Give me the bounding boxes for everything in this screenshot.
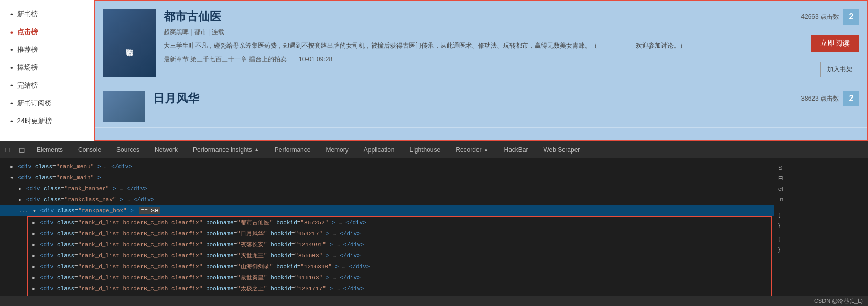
book-right-1: 42663 点击数 2 立即阅读 加入书架 <box>786 9 859 77</box>
red-box-dom: ► <div class="rank_d_list borderB_c_dsh … <box>27 216 772 296</box>
dom-line-rank-main-open[interactable]: ▼ <div class="rank_main" > <box>0 172 774 183</box>
right-panel: S Fi el .n { } { } <box>774 158 868 296</box>
devtools-body: ► <div class="rank_menu" > … </div> ▼ <d… <box>0 158 868 296</box>
recorder-icon: ▲ <box>484 147 489 152</box>
dom-line-book-1[interactable]: ► <div class="rank_d_list borderB_c_dsh … <box>28 217 771 228</box>
dom-panel[interactable]: ► <div class="rank_menu" > … </div> ▼ <d… <box>0 158 774 296</box>
perf-insights-icon: ▲ <box>254 147 259 152</box>
sidebar-item-tuijianbang[interactable]: 推荐榜 <box>0 41 94 59</box>
sidebar-item-24hubang[interactable]: 24时更新榜 <box>0 112 94 130</box>
dom-line-book-3[interactable]: ► <div class="rank_d_list borderB_c_dsh … <box>28 239 771 250</box>
rank-num-2: 2 <box>843 91 859 106</box>
shelf-button-1[interactable]: 加入书架 <box>820 62 859 77</box>
tab-performance[interactable]: Performance <box>267 141 319 158</box>
main-content: 都市古仙医 都市古仙医 超爽黑啤 | 都市 | 连载 大三学生叶不凡，碰瓷给母亲… <box>94 0 868 141</box>
read-button-1[interactable]: 立即阅读 <box>811 35 859 52</box>
tab-hackbar[interactable]: HackBar <box>496 141 536 158</box>
dom-line-rank-banner[interactable]: ► <div class="rank_banner" > … </div> <box>0 183 774 194</box>
book-item-1: 都市古仙医 都市古仙医 超爽黑啤 | 都市 | 连载 大三学生叶不凡，碰瓷给母亲… <box>95 1 867 85</box>
sidebar-item-wanjiebang[interactable]: 完结榜 <box>0 76 94 94</box>
devtools-tabs: □ ◻ Elements Console Sources Network Per… <box>0 141 868 158</box>
rank-num-1: 2 <box>843 9 859 25</box>
dom-line-rank-menu[interactable]: ► <div class="rank_menu" > … </div> <box>0 161 774 172</box>
tab-network[interactable]: Network <box>147 141 186 158</box>
right-panel-content: S Fi el .n { } { } <box>778 162 864 255</box>
dom-line-book-7[interactable]: ► <div class="rank_d_list borderB_c_dsh … <box>28 283 771 294</box>
click-count-2: 38623 点击数 <box>801 94 839 103</box>
book-desc-1: 大三学生叶不凡，碰瓷给母亲筹集医药费，却遇到不按套路出牌的女司机，被撞后获得古医… <box>164 41 786 51</box>
dom-line-rankpage-box[interactable]: ... ▼ <div class="rankpage_box" > == $0 <box>0 205 774 216</box>
sidebar-item-xinshudingbang[interactable]: 新书订阅榜 <box>0 94 94 112</box>
tab-elements[interactable]: Elements <box>29 141 71 158</box>
book-cover-2 <box>103 91 145 122</box>
device-icon[interactable]: ◻ <box>15 143 29 157</box>
book-right-2: 38623 点击数 2 <box>786 91 859 122</box>
tab-recorder[interactable]: Recorder ▲ <box>448 141 496 158</box>
tab-application[interactable]: Application <box>356 141 403 158</box>
browser-content: 新书榜 点击榜 推荐榜 捧场榜 完结榜 新书订阅榜 24时更新榜 都市古仙医 都… <box>0 0 868 141</box>
tab-web-scraper[interactable]: Web Scraper <box>536 141 588 158</box>
status-bar: CSDN @冷巷(Ĺ_Ĺ) <box>0 296 868 306</box>
sidebar-item-dianjibang[interactable]: 点击榜 <box>0 23 94 41</box>
status-user: CSDN @冷巷(Ĺ_Ĺ) <box>814 297 863 305</box>
tab-sources[interactable]: Sources <box>109 141 147 158</box>
book-meta-1: 超爽黑啤 | 都市 | 连载 <box>164 28 786 37</box>
book-cover-1: 都市古仙医 <box>103 9 156 77</box>
tab-memory[interactable]: Memory <box>318 141 356 158</box>
book-title-2: 日月风华 <box>153 91 786 106</box>
book-info-2: 日月风华 <box>153 91 786 122</box>
tab-performance-insights[interactable]: Performance insights ▲ <box>186 141 267 158</box>
book-title-1: 都市古仙医 <box>164 9 786 25</box>
sidebar-item-pengchangbang[interactable]: 捧场榜 <box>0 59 94 76</box>
tab-lighthouse[interactable]: Lighthouse <box>403 141 449 158</box>
dom-line-book-6[interactable]: ► <div class="rank_d_list borderB_c_dsh … <box>28 272 771 283</box>
sidebar: 新书榜 点击榜 推荐榜 捧场榜 完结榜 新书订阅榜 24时更新榜 <box>0 0 94 141</box>
inspect-icon[interactable]: □ <box>0 143 15 157</box>
devtools-panel: □ ◻ Elements Console Sources Network Per… <box>0 141 868 306</box>
click-count-1: 42663 点击数 <box>801 13 839 21</box>
dom-line-rankclass-nav[interactable]: ► <div class="rankclass_nav" > … </div> <box>0 194 774 205</box>
book-info-1: 都市古仙医 超爽黑啤 | 都市 | 连载 大三学生叶不凡，碰瓷给母亲筹集医药费，… <box>164 9 786 77</box>
dom-line-book-4[interactable]: ► <div class="rank_d_list borderB_c_dsh … <box>28 250 771 261</box>
dom-line-book-5[interactable]: ► <div class="rank_d_list borderB_c_dsh … <box>28 261 771 272</box>
book-latest-1: 最新章节 第三千七百三十一章 擂台上的拍卖 10-01 09:28 <box>164 55 786 64</box>
tab-console[interactable]: Console <box>71 141 109 158</box>
dom-line-book-2[interactable]: ► <div class="rank_d_list borderB_c_dsh … <box>28 228 771 239</box>
sidebar-item-xinshubang[interactable]: 新书榜 <box>0 5 94 23</box>
book-item-2: 日月风华 38623 点击数 2 <box>95 85 867 128</box>
